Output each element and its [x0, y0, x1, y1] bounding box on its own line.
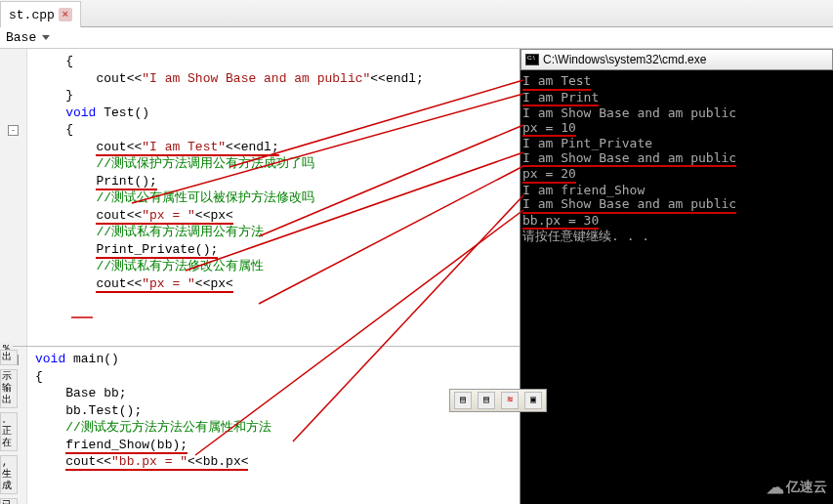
code-line[interactable]: Print(); [27, 173, 520, 190]
out-tab[interactable]: ,生成 [0, 455, 18, 494]
code-line[interactable]: //测试私有方法修改公有属性 [27, 258, 520, 275]
code-line[interactable]: Print_Private(); [27, 241, 520, 259]
code-line[interactable]: //测试友元方法方法公有属性和方法 [27, 419, 520, 437]
dropdown-label: Base [6, 30, 36, 45]
code-line[interactable]: cout<<"px = "<<px< [27, 207, 520, 225]
console-title-text: C:\Windows\system32\cmd.exe [543, 53, 706, 66]
console-line: I am Test [522, 74, 831, 91]
code-line[interactable]: { [27, 368, 520, 386]
code-line[interactable]: friend_Show(bb); [27, 437, 520, 454]
code-line[interactable]: Base bb; [27, 385, 520, 402]
code-line[interactable]: //测试私有方法调用公有方法 [27, 224, 520, 241]
tab-filename: st.cpp [9, 8, 55, 22]
out-tab[interactable]: 。正在 [0, 412, 18, 451]
output-tabs: 出 示输出 。正在 ,生成 已用时 [0, 350, 18, 504]
floating-toolbar[interactable]: ▤ ▤ ≋ ▣ [449, 389, 547, 412]
code-line[interactable]: cout<<"I am Show Base and am public"<<en… [27, 70, 520, 88]
close-icon[interactable]: × [59, 8, 72, 21]
code-panel: - { cout<<"I am Show Base and am public"… [0, 49, 521, 504]
tool-button[interactable]: ▤ [454, 392, 472, 409]
console-line: 请按任意键继续. . . [522, 230, 831, 244]
code-line[interactable]: //测试保护方法调用公有方法成功了吗 [27, 155, 520, 173]
out-tab[interactable]: 示输出 [0, 369, 18, 408]
out-tab[interactable]: 已用时 [0, 498, 18, 504]
console-line: I am friend_Show [522, 184, 831, 198]
code-line[interactable]: void Test() [27, 105, 520, 122]
tool-button[interactable]: ▣ [524, 392, 542, 409]
file-tab[interactable]: st.cpp × [0, 1, 81, 27]
code-line[interactable]: void main() [27, 351, 520, 368]
class-dropdown[interactable]: Base [6, 30, 50, 45]
console-window: C:\Windows\system32\cmd.exe I am TestI a… [521, 49, 833, 504]
code-line[interactable]: //测试公有属性可以被保护方法修改吗 [27, 189, 520, 207]
console-line: px = 20 [522, 167, 831, 184]
console-line: I am Print [522, 91, 831, 107]
code-line[interactable]: cout<<"I am Test"<<endl; [27, 139, 520, 156]
cmd-icon [525, 54, 539, 65]
tab-bar: st.cpp × [0, 0, 833, 27]
fold-icon[interactable]: - [8, 125, 19, 136]
chevron-down-icon [42, 35, 50, 40]
console-line: px = 10 [522, 121, 831, 138]
editor-bottom[interactable]: - void main(){ Base bb; bb.Test(); //测试友… [0, 347, 520, 504]
gutter-top: - [0, 49, 27, 346]
tool-button[interactable]: ≋ [501, 392, 519, 409]
editor-top[interactable]: - { cout<<"I am Show Base and am public"… [0, 49, 520, 347]
console-line: I am Show Base and am public [522, 106, 831, 121]
cloud-icon: ☁ [767, 477, 784, 498]
code-line[interactable]: cout<<"px = "<<px< [27, 275, 520, 293]
code-line[interactable]: cout<<"bb.px = "<<bb.px< [27, 453, 520, 471]
console-line: bb.px = 30 [522, 214, 831, 231]
watermark: ☁ 亿速云 [767, 477, 827, 498]
code-line[interactable]: bb.Test(); [27, 402, 520, 420]
console-line: I am Pint_Private [522, 137, 831, 151]
code-line[interactable]: { [27, 53, 520, 70]
console-line: I am Show Base and am public [522, 197, 831, 214]
code-line[interactable]: { [27, 121, 520, 139]
class-dropdown-bar: Base [0, 27, 833, 49]
console-line: I am Show Base and am public [522, 151, 831, 168]
console-titlebar[interactable]: C:\Windows\system32\cmd.exe [521, 49, 833, 70]
code-line[interactable]: } [27, 87, 520, 105]
console-output[interactable]: I am TestI am PrintI am Show Base and am… [521, 70, 833, 504]
out-tab[interactable]: 出 [0, 350, 18, 365]
tool-button[interactable]: ▤ [478, 392, 495, 409]
